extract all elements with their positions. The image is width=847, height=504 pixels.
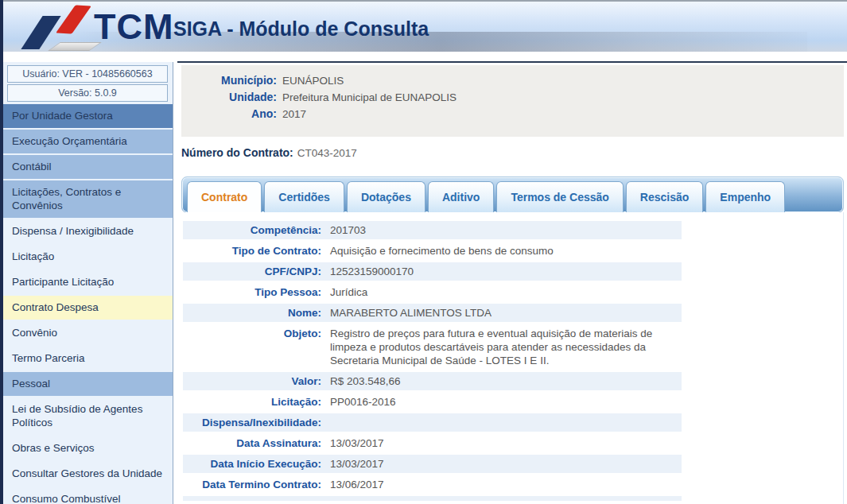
tab-termos-de-cessao[interactable]: Termos de Cessão bbox=[496, 181, 623, 213]
tab-strip: ContratoCertidõesDotaçõesAditivoTermos d… bbox=[181, 176, 844, 213]
contract-number-line: Número do Contrato:CT043-2017 bbox=[181, 146, 357, 159]
sidebar-item-licitacoes-contratos-e-convenios[interactable]: Licitações, Contratos e Convênios bbox=[3, 180, 173, 218]
tab-empenho[interactable]: Empenho bbox=[705, 181, 785, 213]
logo-navy-shape bbox=[21, 16, 60, 49]
detail-row-data-assinatura: Data Assinatura:13/03/2017 bbox=[183, 434, 682, 452]
detail-value: 13/03/2017 bbox=[328, 436, 682, 450]
tcm-logo: TCM bbox=[21, 5, 164, 51]
sidebar-item-contrato-despesa[interactable]: Contrato Despesa bbox=[3, 296, 173, 320]
detail-value: 12523159000170 bbox=[328, 265, 682, 278]
contract-number-value: CT043-2017 bbox=[297, 147, 357, 159]
detail-row-competencia: Competência:201703 bbox=[183, 221, 682, 239]
detail-value: Registro de preços para futura e eventua… bbox=[328, 327, 682, 367]
sidebar-item-contabil[interactable]: Contábil bbox=[3, 155, 173, 179]
sidebar-item-licitacao[interactable]: Licitação bbox=[3, 245, 173, 269]
detail-row-cpf-cnpj: CPF/CNPJ:12523159000170 bbox=[183, 262, 682, 281]
detail-label: Tipo Pessoa: bbox=[183, 285, 328, 299]
user-chip: Usuário: VER - 10485660563 bbox=[7, 65, 168, 83]
detail-value: 201703 bbox=[328, 223, 682, 237]
detail-value: MARABERTO ALIMENTOS LTDA bbox=[328, 306, 682, 320]
detail-label: Objeto: bbox=[183, 327, 328, 340]
context-label: Município: bbox=[181, 74, 277, 87]
sidebar-item-participante-licitacao[interactable]: Participante Licitação bbox=[3, 270, 173, 294]
sidebar-item-convenio[interactable]: Convênio bbox=[3, 321, 173, 345]
detail-label: Nome: bbox=[183, 306, 328, 320]
detail-value: 13/03/2017 bbox=[328, 457, 682, 471]
detail-row-objeto: Objeto:Registro de preços para futura e … bbox=[183, 324, 682, 370]
sidebar-item-consultar-gestores-da-unidade[interactable]: Consultar Gestores da Unidade bbox=[3, 462, 173, 486]
detail-label: Data Termino Contrato: bbox=[183, 478, 328, 491]
detail-row-data-termino-contrato: Data Termino Contrato:13/06/2017 bbox=[183, 475, 682, 494]
detail-label: Data Início Execução: bbox=[183, 457, 328, 471]
detail-value: R$ 203.548,66 bbox=[328, 374, 682, 388]
context-box: Município:EUNÁPOLISUnidade:Prefeitura Mu… bbox=[181, 65, 844, 137]
detail-row-nome: Nome:MARABERTO ALIMENTOS LTDA bbox=[183, 304, 682, 322]
sidebar-item-dispensa-inexigibilidade[interactable]: Dispensa / Inexigibilidade bbox=[3, 219, 173, 243]
detail-row-licitacao: Licitação:PP0016-2016 bbox=[183, 393, 682, 411]
context-label: Unidade: bbox=[181, 91, 277, 103]
detail-label: Data Assinatura: bbox=[183, 436, 328, 450]
sidebar-item-consumo-combustivel[interactable]: Consumo Combustível bbox=[3, 487, 173, 504]
detail-row-empty bbox=[183, 496, 682, 501]
context-label: Ano: bbox=[181, 107, 277, 120]
context-row-ano: Ano:2017 bbox=[181, 107, 844, 120]
detail-label: Valor: bbox=[183, 374, 328, 388]
sidebar: Usuário: VER - 10485660563 Versão: 5.0.9… bbox=[3, 62, 173, 504]
context-row-municipio: Município:EUNÁPOLIS bbox=[181, 74, 844, 87]
tab-dotacoes[interactable]: Dotações bbox=[347, 181, 425, 213]
page: TCM SIGA - Módulo de Consulta Usuário: V… bbox=[0, 0, 847, 504]
app-title: SIGA - Módulo de Consulta bbox=[173, 17, 429, 41]
detail-row-valor: Valor:R$ 203.548,66 bbox=[183, 372, 682, 390]
detail-value: PP0016-2016 bbox=[328, 395, 682, 409]
contract-details-table: Competência:201703Tipo de Contrato:Aquis… bbox=[183, 221, 682, 503]
sidebar-menu: Por Unidade GestoraExecução Orçamentária… bbox=[3, 104, 173, 504]
detail-row-dispensa-inexibilidade: Dispensa/Inexibilidade: bbox=[183, 413, 682, 432]
detail-value: Aquisição e fornecimento de bens de cons… bbox=[328, 244, 682, 258]
tab-aditivo[interactable]: Aditivo bbox=[428, 181, 494, 213]
sidebar-item-obras-e-servicos[interactable]: Obras e Serviços bbox=[3, 436, 173, 460]
detail-value: Jurídica bbox=[328, 285, 682, 299]
tab-contrato[interactable]: Contrato bbox=[187, 181, 262, 213]
context-value: EUNÁPOLIS bbox=[282, 74, 344, 87]
context-row-unidade: Unidade:Prefeitura Municipal de EUNAPOLI… bbox=[181, 91, 844, 103]
tab-rescisao[interactable]: Rescisão bbox=[626, 181, 703, 213]
context-value: 2017 bbox=[282, 107, 306, 120]
content-top-divider bbox=[177, 61, 847, 63]
contract-panel: Competência:201703Tipo de Contrato:Aquis… bbox=[181, 212, 844, 504]
version-chip: Versão: 5.0.9 bbox=[7, 84, 168, 102]
sidebar-item-por-unidade-gestora[interactable]: Por Unidade Gestora bbox=[3, 104, 173, 128]
detail-row-tipo-pessoa: Tipo Pessoa:Jurídica bbox=[183, 283, 682, 301]
detail-label: Tipo de Contrato: bbox=[183, 244, 328, 258]
contract-number-label: Número do Contrato: bbox=[181, 146, 293, 159]
sidebar-item-execucao-orcamentaria[interactable]: Execução Orçamentária bbox=[3, 130, 173, 153]
context-value: Prefeitura Municipal de EUNAPOLIS bbox=[282, 91, 457, 103]
sidebar-item-termo-parceria[interactable]: Termo Parceria bbox=[3, 347, 173, 370]
detail-row-data-inicio-execucao: Data Início Execução:13/03/2017 bbox=[183, 455, 682, 473]
detail-label: CPF/CNPJ: bbox=[183, 265, 328, 278]
app-header: TCM SIGA - Módulo de Consulta bbox=[3, 2, 847, 52]
sidebar-item-pessoal[interactable]: Pessoal bbox=[3, 372, 173, 396]
tab-certidoes[interactable]: Certidões bbox=[264, 181, 344, 213]
detail-label: Dispensa/Inexibilidade: bbox=[183, 416, 328, 429]
detail-label: Competência: bbox=[183, 223, 328, 237]
detail-value: 13/06/2017 bbox=[328, 478, 682, 491]
detail-label: Licitação: bbox=[183, 395, 328, 409]
sidebar-item-lei-de-subsidio-de-agentes-politicos[interactable]: Lei de Subsídio de Agentes Políticos bbox=[3, 397, 173, 435]
logo-red-shape bbox=[56, 5, 91, 33]
logo-text: TCM bbox=[94, 6, 173, 48]
detail-row-tipo-de-contrato: Tipo de Contrato:Aquisição e forneciment… bbox=[183, 242, 682, 260]
